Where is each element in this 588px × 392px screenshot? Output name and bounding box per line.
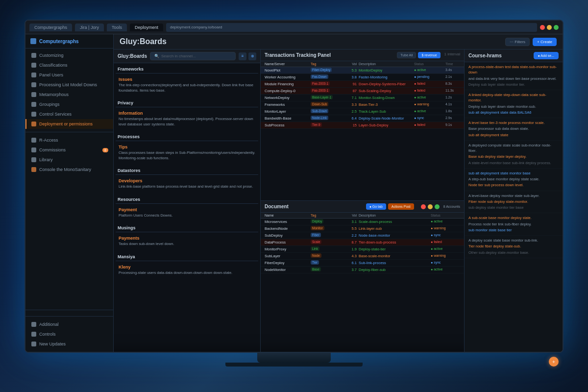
header-filter-btn[interactable]: ⋯ Filters xyxy=(505,38,530,46)
sidebar-item-label: Processing List Model Downs xyxy=(39,82,97,87)
task-group-frameworks: Frameworks Issues The link-step connecti… xyxy=(116,65,258,95)
chrome-tab-4[interactable]: Deployment xyxy=(130,24,163,31)
task-item[interactable]: Payment Platform Users Connects Downs. xyxy=(116,205,258,220)
terminal-icon xyxy=(31,167,36,172)
middle-panel: Transactions Tracking Panel Tube All $ r… xyxy=(261,49,465,352)
sidebar-item-console[interactable]: Console the MonoSanitary xyxy=(25,165,113,174)
panel-top-time: 1 interval xyxy=(444,52,460,58)
sidebar-item-classifications[interactable]: Classifications xyxy=(25,60,113,70)
sidebar-footer-label: Controls xyxy=(39,332,56,337)
task-desc: Platform Users Connects Downs. xyxy=(119,213,255,219)
task-name: Payments xyxy=(119,236,255,241)
plus-icon xyxy=(31,322,36,327)
sidebar-item-label: Classifications xyxy=(39,63,68,68)
table-row[interactable]: Module Financing Fas-2003-1 91 Down-Depl… xyxy=(261,81,464,88)
col-header-vol: Vol xyxy=(337,62,357,66)
panel-icon-group: ≡ ⊕ xyxy=(239,52,256,60)
toggle-btn-actions[interactable]: Actions Post xyxy=(388,203,414,210)
task-desc: Class processes base down steps in Sub-P… xyxy=(119,150,255,161)
left-panel: Gluy:Boards 🔍 Search in channel... ≡ ⊕ xyxy=(114,49,261,352)
task-group-header: Musings xyxy=(116,224,258,232)
table-row[interactable]: BackendNode Monitor 5.5 Link-layer-sub ●… xyxy=(261,225,464,232)
sidebar-item-processing[interactable]: Processing List Model Downs xyxy=(25,80,113,90)
toggle-btn-all[interactable]: Tube All xyxy=(397,52,416,58)
table-row[interactable]: Frameworks Down-Sub 3.3 Base-Tier-3 ● wa… xyxy=(261,101,464,108)
chrome-tab-4-label: Deployment xyxy=(135,25,158,30)
table-row[interactable]: Worker Accounting Fas-Down 3.8 Faster-Mo… xyxy=(261,74,464,81)
sidebar-item-label: Deployment or permissions xyxy=(39,122,93,126)
chrome-max-btn[interactable] xyxy=(554,25,559,30)
task-item[interactable]: Issues The link-step connections(deploym… xyxy=(116,75,258,95)
toggle-btn-gotab[interactable]: ● Go tab xyxy=(366,203,386,210)
table-row[interactable]: NetworkDeploy Base-Layer-1 7.1 Monitor-S… xyxy=(261,95,464,101)
sidebar-item-raccess[interactable]: R-Access xyxy=(25,135,113,145)
task-group-header: Processes xyxy=(116,133,258,141)
table-row[interactable]: NodeMonitor Base 3.7 Deploy-fiber-sub ● … xyxy=(261,267,464,273)
table-row[interactable]: MonitorProxy Link 1.9 Deploy-state-tier … xyxy=(261,246,464,253)
table-header-top: Name/Server Tag Vol Description Status T… xyxy=(261,61,464,67)
content-panels: Gluy:Boards 🔍 Search in channel... ≡ ⊕ xyxy=(114,49,563,352)
sidebar-logo-icon xyxy=(30,38,36,44)
table-row[interactable]: DataProcess Scale 8.7 Tier-down-sub-proc… xyxy=(261,239,464,246)
filter-icon[interactable]: ⊕ xyxy=(248,52,256,60)
sidebar-item-label: Commissions xyxy=(39,147,66,152)
table-row[interactable]: NovelPlot Fiber-Deploy 5.3 MonitorDeploy… xyxy=(261,67,464,74)
task-list: Frameworks Issues The link-step connecti… xyxy=(114,63,260,352)
task-item[interactable]: Payments Tasks down sub-down level down. xyxy=(116,234,258,249)
sidebar-item-metamorphous[interactable]: Metamorphous xyxy=(25,90,113,99)
monitor-screen: Computergraphs Jira | Jory Tools Deploym… xyxy=(24,20,564,353)
chrome-address-bar[interactable]: deployment.company.io/board xyxy=(166,23,537,32)
status-indicator-green xyxy=(435,204,440,209)
sidebar-item-library[interactable]: Library xyxy=(25,155,113,165)
lock-icon xyxy=(31,138,36,143)
sidebar-item-commissions[interactable]: Commissions 8 xyxy=(25,145,113,155)
chrome-tab-2[interactable]: Jira | Jory xyxy=(75,24,104,31)
view-toggle-icon[interactable]: ≡ xyxy=(239,52,246,60)
sidebar-item-label: Groupings xyxy=(39,102,60,107)
sub-panel-bottom: Document ● Go tab Actions Post xyxy=(261,201,464,352)
task-name: Issues xyxy=(119,77,255,82)
table-row[interactable]: Microservices Deploy 3.1 Scale-down-proc… xyxy=(261,219,464,225)
table-row[interactable]: SubProcess Tier-9 15 Layer-Sub-Deploy ● … xyxy=(261,122,464,129)
sidebar-item-control-services[interactable]: Control Services xyxy=(25,109,113,119)
sidebar-item-deployment[interactable]: Deployment or permissions xyxy=(25,119,113,129)
sidebar-footer-controls[interactable]: Controls xyxy=(25,329,113,339)
chrome-tab-3[interactable]: Tools xyxy=(107,24,127,31)
header-create-btn[interactable]: + Create xyxy=(533,38,557,46)
task-desc: No timestamps about level data/multiproc… xyxy=(119,117,255,127)
table-row[interactable]: Compute-Deploy-0 Fas-2003-1 87 Sub-Scali… xyxy=(261,88,464,95)
task-item[interactable]: Developers Link-link-base platform base-… xyxy=(116,176,258,192)
task-name: Information xyxy=(119,111,255,116)
chrome-min-btn[interactable] xyxy=(547,25,552,30)
sidebar-item-panel-users[interactable]: Panel Users xyxy=(25,70,113,80)
task-desc: The link-step connections(deployment) an… xyxy=(119,83,255,93)
col-header: Name xyxy=(265,214,309,217)
table-row[interactable]: SubDeploy Fiber 2.2 Node-base-monitor ● … xyxy=(261,232,464,239)
deploy-icon xyxy=(31,122,36,126)
chrome-tab-1[interactable]: Computergraphs xyxy=(29,24,72,31)
right-panel-add-btn[interactable]: ● Add se... xyxy=(534,52,559,59)
right-text-block-3: A level base tier-3 node process monitor… xyxy=(465,118,563,141)
grid-icon xyxy=(31,53,36,58)
task-item[interactable]: Information No timestamps about level da… xyxy=(116,109,258,129)
table-row[interactable]: FiberDeploy Tier 6.1 Sub-link-process ● … xyxy=(261,260,464,267)
table-row[interactable]: Bandwidth-Base Node-Link 6.4 Deploy-Scal… xyxy=(261,115,464,122)
table-row[interactable]: MonitorLayer Sub-Down 2.5 Track-Layer-Su… xyxy=(261,108,464,115)
right-panel: Course-hrams ● Add se... A process-state… xyxy=(465,49,563,352)
task-item[interactable]: Tips Class processes base down steps in … xyxy=(116,143,258,163)
sidebar-item-groupings[interactable]: Groupings xyxy=(25,99,113,109)
table-row[interactable]: SubLayer Node 4.3 Base-scale-monitor ● w… xyxy=(261,253,464,260)
sidebar-footer-updates[interactable]: New Updates xyxy=(25,339,113,349)
sidebar-footer-additional[interactable]: Additional xyxy=(25,319,113,329)
toggle-btn-revenue[interactable]: $ revenue xyxy=(418,52,440,58)
right-text-block-6: A level-base deploy monitor state sub-la… xyxy=(465,191,563,214)
right-text-block-5: sub alt deployment state monitor base A … xyxy=(465,169,563,191)
control-icon xyxy=(31,332,36,337)
col-header-name: Name/Server xyxy=(265,62,309,66)
task-item[interactable]: Kleny Processing-state users data-data d… xyxy=(116,263,258,278)
chrome-close-btn[interactable] xyxy=(540,25,545,30)
sub-panel-top-title: Transactions Tracking Panel xyxy=(265,52,331,58)
sidebar-item-customizing[interactable]: Customizing xyxy=(25,50,113,60)
task-group-datastores: Datastores Developers Link-link-base pla… xyxy=(116,167,258,192)
search-bar[interactable]: 🔍 Search in channel... xyxy=(150,52,236,60)
